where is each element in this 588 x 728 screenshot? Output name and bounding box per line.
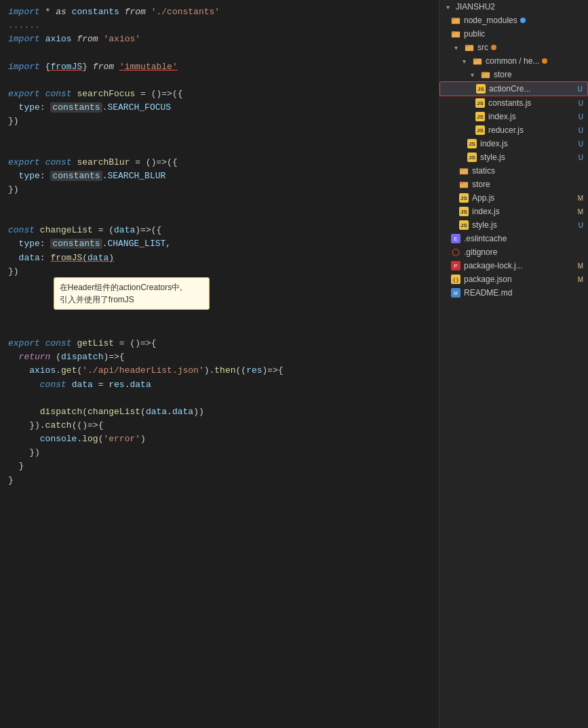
sidebar-item-label: reducer.js [488, 125, 524, 135]
sidebar-item-index-store[interactable]: JS index.js U [439, 110, 588, 123]
annotation-box: 在Header组件的actionCreators中, 引入并使用了fromJS [54, 277, 210, 310]
sidebar-item-label: common / he... [486, 56, 539, 66]
js-file-icon: JS [475, 98, 486, 108]
js-file-icon: JS [458, 193, 469, 203]
code-line: } [0, 460, 439, 473]
sidebar-item-eslintcache[interactable]: E .eslintcache [439, 232, 588, 245]
sidebar-item-package-json[interactable]: { } package.json M [439, 272, 588, 286]
code-line: export const searchBlur = ()=>({ [0, 156, 439, 169]
sidebar-item-label: statics [472, 166, 495, 176]
sidebar-item-statics[interactable]: statics [439, 164, 588, 178]
sidebar-item-constants[interactable]: JS constants.js U [439, 96, 588, 110]
code-line: }) 在Header组件的actionCreators中, 引入并使用了from… [0, 265, 439, 323]
sidebar-item-label: public [464, 29, 485, 39]
code-line: data: fromJS(data) [0, 251, 439, 265]
svg-rect-5 [465, 45, 469, 47]
sidebar-item-label: App.js [472, 193, 494, 203]
code-line: }) [0, 183, 439, 197]
js-file-icon: JS [458, 220, 469, 230]
sidebar-item-label: store [494, 70, 512, 79]
file-explorer: ▾ JIANSHU2 node_modules public ▾ src ▾ c… [439, 0, 588, 728]
sidebar-item-style-common[interactable]: JS style.js U [439, 150, 588, 164]
code-line: return (dispatch)=>{ [0, 350, 439, 364]
sidebar-item-reducer[interactable]: JS reducer.js U [439, 123, 588, 137]
sidebar-item-label: style.js [480, 153, 505, 162]
code-line [0, 46, 439, 60]
sidebar-item-store-src[interactable]: store [439, 178, 588, 191]
sidebar-root-label: JIANSHU2 [456, 2, 495, 12]
annotation-line1: 在Header组件的actionCreators中, [60, 283, 182, 292]
sidebar-item-index-src[interactable]: JS index.js M [439, 205, 588, 218]
js-file-icon: JS [475, 125, 486, 136]
folder-icon [458, 179, 469, 190]
svg-rect-3 [452, 32, 455, 34]
pkg-file-icon: P [450, 260, 461, 271]
folder-icon [450, 28, 461, 39]
sidebar-item-label: style.js [472, 220, 497, 230]
code-line: import * as constants from './constants' [0, 5, 439, 19]
sidebar-item-style-src[interactable]: JS style.js U [439, 218, 588, 232]
js-file-icon: JS [475, 111, 486, 122]
sidebar-item-label: index.js [480, 139, 508, 148]
code-line: }) [0, 446, 439, 460]
expand-arrow-icon: ▾ [467, 69, 477, 80]
sidebar-item-src[interactable]: ▾ src [439, 41, 588, 54]
file-status-badge: U [576, 140, 585, 148]
file-status-badge: M [576, 208, 585, 216]
sidebar-item-gitignore[interactable]: ⬡ .gitignore [439, 245, 588, 259]
svg-rect-9 [482, 73, 485, 75]
folder-icon [472, 56, 483, 66]
sidebar-item-app[interactable]: JS App.js M [439, 191, 588, 205]
file-status-badge: U [576, 113, 585, 121]
collapse-arrow-icon: ▾ [442, 1, 453, 12]
code-line: const changeList = (data)=>({ [0, 224, 439, 237]
svg-rect-1 [452, 18, 455, 20]
svg-rect-7 [473, 59, 477, 61]
file-status-badge: U [576, 127, 585, 134]
js-file-icon: JS [475, 83, 486, 94]
sidebar-item-action-creators[interactable]: JS actionCre... U [439, 81, 588, 96]
sidebar-item-label: package-lock.j... [464, 261, 523, 270]
folder-icon [480, 69, 491, 80]
folder-icon [464, 42, 475, 53]
code-line: import {fromJS} from 'immutable' [0, 60, 439, 74]
sidebar-item-label: store [472, 180, 490, 189]
sidebar-item-store-inner[interactable]: ▾ store [439, 68, 588, 81]
sidebar-item-label: index.js [472, 207, 500, 216]
code-line: dispatch(changeList(data.data)) [0, 405, 439, 419]
sidebar-item-label: README.md [464, 288, 512, 298]
code-line: console.log('error') [0, 432, 439, 446]
status-dot [491, 45, 496, 50]
sidebar-item-node-modules[interactable]: node_modules [439, 14, 588, 27]
file-status-badge: M [576, 276, 585, 283]
md-file-icon: M [450, 287, 461, 298]
sidebar-item-root[interactable]: ▾ JIANSHU2 [439, 0, 588, 14]
code-line [0, 128, 439, 142]
sidebar-item-package-lock[interactable]: P package-lock.j... M [439, 259, 588, 272]
expand-arrow-icon: ▾ [458, 56, 469, 66]
sidebar-item-common[interactable]: ▾ common / he... [439, 54, 588, 68]
file-status-badge: U [576, 85, 585, 93]
code-line [0, 142, 439, 155]
code-line: }) [0, 115, 439, 128]
sidebar-item-public[interactable]: public [439, 27, 588, 41]
code-line [0, 197, 439, 210]
sidebar-item-label: node_modules [464, 16, 517, 25]
sidebar-item-index-common[interactable]: JS index.js U [439, 137, 588, 150]
js-file-icon: JS [458, 206, 469, 217]
status-dot [542, 58, 547, 64]
code-line: const data = res.data [0, 378, 439, 392]
code-line: ...... [0, 19, 439, 33]
code-line [0, 74, 439, 87]
svg-rect-11 [460, 169, 463, 171]
eslint-file-icon: E [450, 233, 461, 244]
file-status-badge: U [576, 222, 585, 229]
code-line: export const getList = ()=>{ [0, 337, 439, 350]
sidebar-item-readme[interactable]: M README.md [439, 286, 588, 300]
code-line [0, 323, 439, 337]
code-line: import axios from 'axios' [0, 33, 439, 46]
sidebar-item-label: package.json [464, 275, 512, 284]
code-line: export const searchFocus = ()=>({ [0, 87, 439, 101]
sidebar-item-label: constants.js [488, 98, 531, 108]
annotation-line2: 引入并使用了fromJS [60, 295, 134, 304]
